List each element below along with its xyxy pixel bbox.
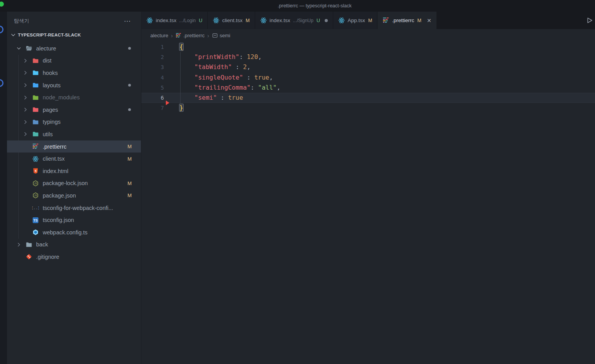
modified-children-dot <box>128 84 131 87</box>
titlebar: .prettierrc — typescript-react-slack <box>0 0 595 12</box>
breadcrumb-label: semi <box>220 33 230 38</box>
breadcrumb-item-prettierrc[interactable]: .prettierrc <box>176 33 205 38</box>
html-icon: 5 <box>32 167 39 175</box>
tree-item-label: webpack.config.ts <box>43 229 141 236</box>
explorer-title: 탐색기 <box>14 17 29 24</box>
tree-item-alecture[interactable]: alecture <box>7 42 141 55</box>
tab-label: client.tsx <box>222 17 243 23</box>
tab-index-tsx-login[interactable]: index.tsx.../LoginU <box>141 12 208 29</box>
activity-badge-icon <box>0 79 3 87</box>
activity-bar[interactable] <box>0 12 7 364</box>
tree-item-index-html[interactable]: 5index.html <box>7 165 141 177</box>
tree-item-webpack-config-ts[interactable]: webpack.config.ts <box>7 226 141 239</box>
folder-open-icon <box>25 45 33 52</box>
explorer-header: 탐색기 ⋯ <box>7 12 141 30</box>
node-icon: JS <box>32 180 39 187</box>
prettier-icon <box>32 143 39 150</box>
code-line-4[interactable]: 4 "singleQuote" : true, <box>141 73 595 83</box>
tree-item-layouts[interactable]: layouts <box>7 79 141 92</box>
breadcrumb-item-semi[interactable]: semi <box>212 33 230 38</box>
line-content: "tabWidth" : 2, <box>164 62 251 72</box>
main-area: 탐색기 ⋯ TYPESCRIPT-REACT-SLACK alecturedis… <box>0 12 595 364</box>
tree-item-label: client.tsx <box>43 156 127 162</box>
json-braces-icon: {..} <box>32 204 39 211</box>
tab-app-tsx[interactable]: App.tsxM <box>333 12 378 29</box>
code-line-6[interactable]: 6 "semi" : true <box>141 93 595 103</box>
breadcrumb-label: .prettierrc <box>183 33 205 38</box>
line-number: 6 <box>141 93 164 103</box>
traffic-light-button[interactable] <box>0 2 4 7</box>
tree-item-utils[interactable]: utils <box>7 128 141 140</box>
tree-item-node-modules[interactable]: node_modules <box>7 91 141 104</box>
modified-children-dot <box>128 47 131 50</box>
tree-item-label: tsconfig.json <box>43 217 141 223</box>
tree-item-label: typings <box>43 119 141 125</box>
prettier-icon <box>176 33 181 38</box>
breadcrumb-separator: › <box>171 33 173 39</box>
breadcrumb-separator: › <box>207 33 209 39</box>
breadcrumb-item-alecture[interactable]: alecture <box>150 33 168 38</box>
breadcrumb-label: alecture <box>150 33 168 38</box>
chevron-right-icon <box>21 95 29 101</box>
tab-client-tsx[interactable]: client.tsxM <box>208 12 255 29</box>
folder-icon <box>32 94 39 101</box>
tree-item-tsconfig-for-webpack-confi[interactable]: {..}tsconfig-for-webpack-confi... <box>7 202 141 214</box>
dirty-indicator <box>325 19 328 22</box>
git-status-badge: M <box>368 18 372 23</box>
tree-item-label: index.html <box>43 168 141 174</box>
tree-item-back[interactable]: back <box>7 239 141 251</box>
tree-item-label: hooks <box>43 70 141 76</box>
tree-item-label: package.json <box>43 192 127 199</box>
gutter-marker-icon <box>166 101 169 105</box>
tab-path-detail: .../Login <box>179 18 196 23</box>
code-line-2[interactable]: 2 "printWidth": 120, <box>141 52 595 62</box>
git-status-badge: M <box>417 18 421 23</box>
code-line-1[interactable]: 1{ <box>141 42 595 52</box>
line-content: "printWidth": 120, <box>164 52 262 62</box>
react-icon <box>338 17 345 24</box>
close-icon[interactable]: ✕ <box>427 18 431 23</box>
chevron-right-icon <box>21 82 29 88</box>
tree-item-typings[interactable]: typings <box>7 116 141 128</box>
git-status-badge: M <box>127 192 132 198</box>
tree-item-gitignore[interactable]: .gitignore <box>7 251 141 263</box>
folder-icon <box>32 106 39 113</box>
prettier-icon <box>383 17 389 24</box>
chevron-down-icon <box>10 32 16 38</box>
svg-text:TS: TS <box>33 218 38 222</box>
code-line-5[interactable]: 5 "trailingComma": "all", <box>141 83 595 93</box>
tree-item-dist[interactable]: dist <box>7 55 141 67</box>
chevron-right-icon <box>21 58 29 64</box>
line-number: 3 <box>141 62 164 72</box>
symbol-property-icon <box>212 33 218 38</box>
tree-item-client-tsx[interactable]: client.tsxM <box>7 153 141 165</box>
git-status-badge: M <box>127 180 132 186</box>
tree-item-prettierrc[interactable]: .prettierrcM <box>7 140 141 153</box>
line-number: 4 <box>141 73 164 83</box>
tree-item-package-lock-json[interactable]: JSpackage-lock.jsonM <box>7 177 141 190</box>
tab-index-tsx-signup[interactable]: index.tsx.../SignUpU <box>255 12 333 29</box>
line-number: 7 <box>141 103 164 113</box>
chevron-down-icon <box>15 45 23 51</box>
run-icon[interactable] <box>586 17 593 24</box>
tab-label: App.tsx <box>348 17 365 23</box>
line-content: "semi" : true <box>164 93 243 103</box>
tab-label: index.tsx <box>156 17 176 23</box>
tree-item-hooks[interactable]: hooks <box>7 67 141 79</box>
workspace-name: TYPESCRIPT-REACT-SLACK <box>18 33 81 37</box>
chevron-right-icon <box>21 70 29 76</box>
code-line-7[interactable]: 7} <box>141 103 595 113</box>
code-editor[interactable]: 1{2 "printWidth": 120,3 "tabWidth" : 2,4… <box>141 42 595 113</box>
git-status-badge: M <box>246 18 250 23</box>
tree-item-package-json[interactable]: JSpackage.jsonM <box>7 189 141 202</box>
tab-prettierrc[interactable]: .prettierrcM✕ <box>378 12 437 29</box>
modified-children-dot <box>128 108 131 111</box>
git-status-badge: M <box>127 144 132 149</box>
code-line-3[interactable]: 3 "tabWidth" : 2, <box>141 62 595 72</box>
tree-item-pages[interactable]: pages <box>7 104 141 116</box>
more-actions-icon[interactable]: ⋯ <box>124 18 131 24</box>
tree-item-tsconfig-json[interactable]: TStsconfig.json <box>7 214 141 226</box>
workspace-root[interactable]: TYPESCRIPT-REACT-SLACK <box>7 30 141 40</box>
tab-bar: index.tsx.../LoginUclient.tsxMindex.tsx.… <box>141 12 595 29</box>
folder-icon <box>25 241 33 248</box>
